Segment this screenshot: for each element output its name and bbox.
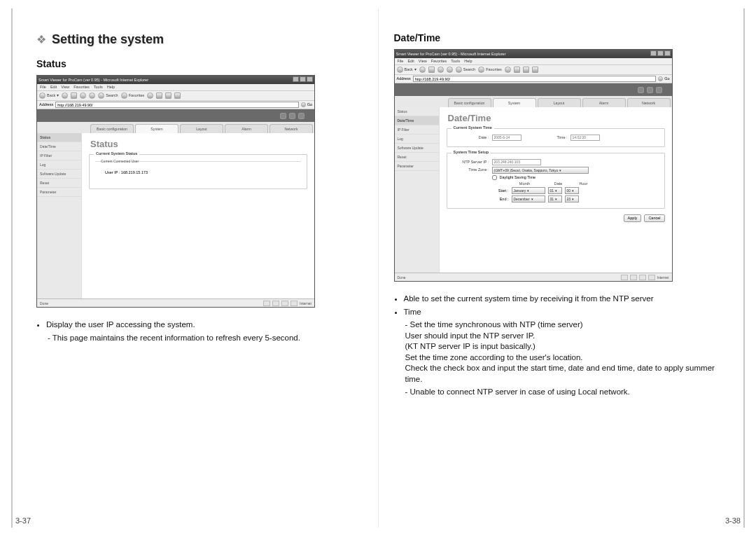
content-area: Date/Time Current System Time Date : 200…	[440, 107, 672, 273]
favorites-button[interactable]: Favorites	[478, 67, 502, 73]
page-number-right: 3-38	[725, 516, 741, 525]
tab-layout[interactable]: Layout	[180, 124, 223, 133]
menu-help[interactable]: Help	[464, 59, 472, 64]
sidebar-item-reset[interactable]: Reset	[37, 179, 81, 188]
menu-tools[interactable]: Tools	[451, 59, 460, 64]
forward-icon[interactable]	[62, 92, 68, 99]
back-button[interactable]: Back ▾	[39, 92, 59, 99]
address-input[interactable]	[55, 102, 298, 108]
sidebar-item-swupdate[interactable]: Software Update	[395, 144, 439, 153]
content-area: Status Current System Status Current Con…	[82, 133, 314, 298]
refresh-icon[interactable]	[438, 67, 444, 73]
address-input[interactable]	[413, 76, 656, 82]
tab-layout[interactable]: Layout	[538, 98, 581, 107]
header-icon-1[interactable]	[638, 87, 644, 93]
menubar[interactable]: File Edit View Favorites Tools Help	[37, 84, 314, 91]
menu-edit[interactable]: Edit	[407, 59, 414, 64]
edit-icon[interactable]	[174, 92, 181, 99]
sidebar-item-status[interactable]: Status	[395, 107, 439, 116]
stop-icon[interactable]	[428, 67, 435, 73]
history-icon[interactable]	[505, 67, 511, 73]
app-header	[37, 109, 314, 122]
tab-network[interactable]: Network	[270, 124, 313, 133]
menu-file[interactable]: File	[398, 59, 404, 64]
forward-icon[interactable]	[419, 67, 426, 73]
menu-edit[interactable]: Edit	[50, 85, 57, 90]
start-date-select[interactable]: 01▾	[548, 187, 562, 194]
menu-help[interactable]: Help	[107, 85, 115, 90]
home-icon[interactable]	[89, 92, 95, 99]
sidebar-item-parameter[interactable]: Parameter	[395, 162, 439, 171]
end-hour-select[interactable]: 23▾	[565, 195, 579, 202]
status-fieldset: Current System Status Current Connected …	[89, 154, 307, 190]
menu-file[interactable]: File	[40, 85, 46, 90]
header-icon-2[interactable]	[647, 87, 653, 93]
edit-icon[interactable]	[532, 67, 538, 73]
sidebar-item-reset[interactable]: Reset	[395, 153, 439, 162]
date-value: 2005-6-14	[492, 135, 522, 141]
mail-icon[interactable]	[514, 67, 520, 73]
end-month-select[interactable]: December▾	[512, 195, 545, 202]
sidebar-item-ipfilter[interactable]: IP Filter	[37, 151, 81, 160]
go-button[interactable]: Go	[658, 76, 669, 81]
home-icon[interactable]	[447, 67, 453, 73]
menu-view[interactable]: View	[419, 59, 427, 64]
end-label: End :	[492, 197, 509, 202]
sidebar-item-log[interactable]: Log	[37, 160, 81, 170]
ntp-input[interactable]: 203.248.240.103	[492, 159, 541, 165]
tab-basic[interactable]: Basic configuration	[90, 124, 134, 133]
ntp-label: NTP Server IP :	[453, 160, 489, 165]
sidebar-item-datetime[interactable]: Date/Time	[395, 116, 439, 125]
note-sub: Set the time synchronous with NTP (time …	[405, 319, 720, 385]
header-icon-3[interactable]	[298, 113, 304, 119]
internet-zone: Internet	[657, 275, 669, 280]
window-controls[interactable]	[650, 50, 671, 57]
datetime-browser-window: Smart Viewer for ProCam (ver 0.95) - Mic…	[394, 49, 673, 282]
menu-favorites[interactable]: Favorites	[431, 59, 447, 64]
mail-icon[interactable]	[156, 92, 162, 99]
menubar[interactable]: File Edit View Favorites Tools Help	[395, 58, 672, 65]
header-icon-1[interactable]	[280, 113, 286, 119]
header-icon-3[interactable]	[656, 87, 662, 93]
tab-alarm[interactable]: Alarm	[582, 98, 626, 107]
tab-system[interactable]: System	[135, 124, 178, 133]
search-button[interactable]: Search	[98, 92, 118, 99]
sidebar-item-log[interactable]: Log	[395, 135, 439, 144]
window-controls[interactable]	[292, 76, 313, 83]
menu-view[interactable]: View	[61, 85, 69, 90]
tab-network[interactable]: Network	[627, 98, 671, 107]
apply-button[interactable]: Apply	[624, 214, 642, 222]
titlebar: Smart Viewer for ProCam (ver 0.95) - Mic…	[395, 50, 672, 58]
date-label: Date :	[453, 135, 489, 140]
end-date-select[interactable]: 31▾	[548, 195, 562, 202]
menu-favorites[interactable]: Favorites	[74, 85, 90, 90]
sidebar-item-status[interactable]: Status	[37, 133, 81, 142]
timezone-select[interactable]: (GMT+09 )Seoul, Osaka, Sapporo, Tokyo▾	[492, 167, 589, 174]
history-icon[interactable]	[147, 92, 153, 99]
dst-checkbox[interactable]	[492, 175, 497, 180]
sidebar-item-datetime[interactable]: Date/Time	[37, 142, 81, 151]
print-icon[interactable]	[523, 67, 529, 73]
search-button[interactable]: Search	[456, 67, 475, 73]
print-icon[interactable]	[165, 92, 172, 99]
sidebar-item-swupdate[interactable]: Software Update	[37, 170, 81, 179]
stop-icon[interactable]	[71, 92, 77, 99]
sidebar-item-ipfilter[interactable]: IP Filter	[395, 125, 439, 135]
header-icon-2[interactable]	[289, 113, 295, 119]
refresh-icon[interactable]	[80, 92, 86, 99]
start-month-select[interactable]: January▾	[512, 187, 545, 194]
tab-alarm[interactable]: Alarm	[225, 124, 268, 133]
favorites-button[interactable]: Favorites	[121, 92, 145, 99]
col-date: Date	[552, 181, 565, 186]
tab-basic[interactable]: Basic configuration	[448, 98, 491, 107]
back-button[interactable]: Back ▾	[397, 67, 416, 73]
start-hour-select[interactable]: 00▾	[565, 187, 579, 194]
tab-system[interactable]: System	[493, 98, 536, 107]
sidebar-item-parameter[interactable]: Parameter	[37, 188, 81, 197]
address-label: Address	[397, 76, 411, 81]
go-button[interactable]: Go	[301, 102, 312, 107]
cancel-button[interactable]: Cancel	[644, 214, 664, 222]
toolbar: Back ▾ Search Favorites	[37, 91, 314, 101]
right-subheading: Date/Time	[394, 32, 720, 43]
menu-tools[interactable]: Tools	[94, 85, 103, 90]
